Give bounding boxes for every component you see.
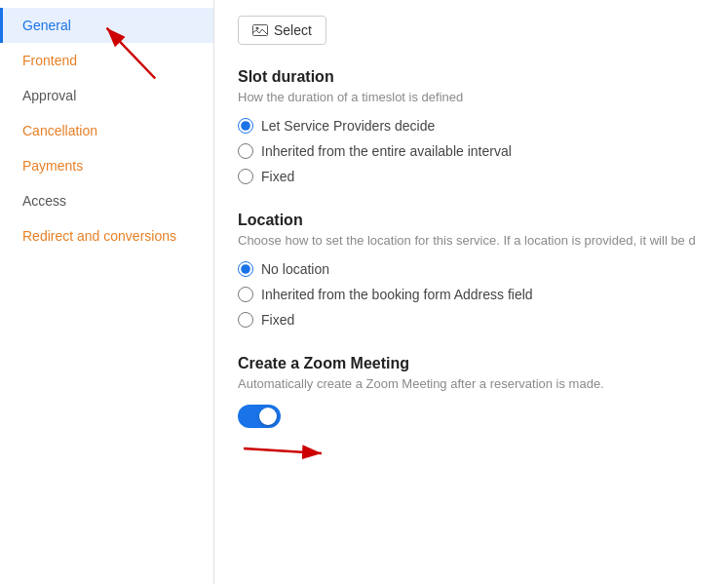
slot-duration-desc: How the duration of a timeslot is define… <box>238 90 705 104</box>
slot-option-fixed-label: Fixed <box>261 169 294 184</box>
slot-option-fixed[interactable]: Fixed <box>238 169 705 184</box>
sidebar-label-approval: Approval <box>22 88 76 103</box>
slot-option-inherited-label: Inherited from the entire available inte… <box>261 143 512 159</box>
zoom-toggle-container <box>238 405 705 428</box>
location-radio-no-location[interactable] <box>238 261 253 277</box>
select-button-label: Select <box>274 22 312 38</box>
location-option-no-location-label: No location <box>261 261 329 277</box>
zoom-toggle-thumb <box>259 408 277 425</box>
location-radio-inherited[interactable] <box>238 287 253 302</box>
sidebar-item-approval[interactable]: Approval <box>0 78 213 113</box>
location-options: No location Inherited from the booking f… <box>238 261 705 328</box>
location-radio-fixed[interactable] <box>238 312 253 328</box>
sidebar-label-redirect: Redirect and conversions <box>22 228 176 244</box>
sidebar-label-general: General <box>22 18 71 33</box>
slot-radio-inherited[interactable] <box>238 143 253 159</box>
sidebar-label-payments: Payments <box>22 158 83 174</box>
image-icon <box>252 24 268 36</box>
location-option-fixed-label: Fixed <box>261 312 294 328</box>
zoom-desc: Automatically create a Zoom Meeting afte… <box>238 376 705 391</box>
location-section: Location Choose how to set the location … <box>238 212 705 328</box>
slot-radio-let-service[interactable] <box>238 118 253 134</box>
location-title: Location <box>238 212 705 229</box>
location-option-inherited[interactable]: Inherited from the booking form Address … <box>238 287 705 302</box>
slot-option-inherited[interactable]: Inherited from the entire available inte… <box>238 143 705 159</box>
location-option-fixed[interactable]: Fixed <box>238 312 705 328</box>
location-option-inherited-label: Inherited from the booking form Address … <box>261 287 533 302</box>
slot-duration-section: Slot duration How the duration of a time… <box>238 68 705 184</box>
slot-option-let-service-label: Let Service Providers decide <box>261 118 435 134</box>
zoom-toggle[interactable] <box>238 405 281 428</box>
sidebar-item-payments[interactable]: Payments <box>0 148 213 183</box>
sidebar-item-cancellation[interactable]: Cancellation <box>0 113 213 148</box>
slot-duration-options: Let Service Providers decide Inherited f… <box>238 118 705 184</box>
location-desc: Choose how to set the location for this … <box>238 233 705 248</box>
svg-point-3 <box>256 27 259 30</box>
slot-option-let-service[interactable]: Let Service Providers decide <box>238 118 705 134</box>
select-button[interactable]: Select <box>238 16 326 45</box>
sidebar-item-general[interactable]: General <box>0 8 213 43</box>
zoom-section: Create a Zoom Meeting Automatically crea… <box>238 355 705 428</box>
sidebar-label-access: Access <box>22 193 66 209</box>
svg-line-5 <box>244 448 322 453</box>
sidebar: General Frontend Approval Cancellation P… <box>0 0 214 584</box>
zoom-title: Create a Zoom Meeting <box>238 355 705 372</box>
sidebar-item-access[interactable]: Access <box>0 183 213 218</box>
sidebar-label-frontend: Frontend <box>22 53 77 68</box>
sidebar-item-frontend[interactable]: Frontend <box>0 43 213 78</box>
slot-radio-fixed[interactable] <box>238 169 253 184</box>
main-content: Select Slot duration How the duration of… <box>214 0 728 584</box>
location-option-no-location[interactable]: No location <box>238 261 705 277</box>
slot-duration-title: Slot duration <box>238 68 705 86</box>
svg-rect-2 <box>253 25 268 36</box>
sidebar-label-cancellation: Cancellation <box>22 123 97 138</box>
sidebar-item-redirect[interactable]: Redirect and conversions <box>0 218 213 253</box>
